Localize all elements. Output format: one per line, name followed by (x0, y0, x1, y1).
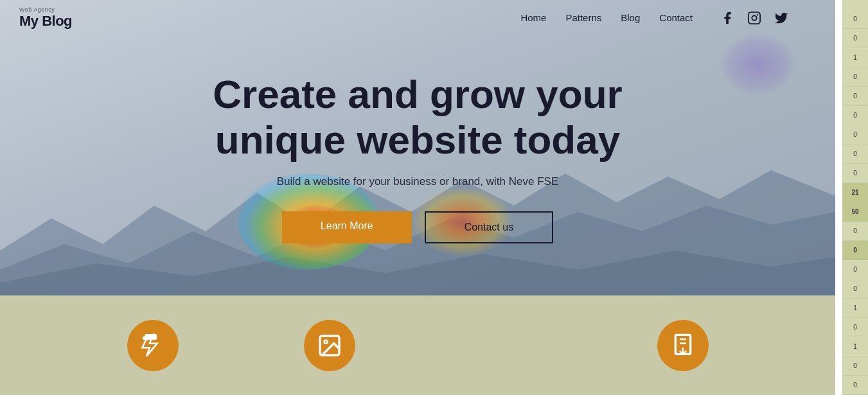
sidebar-num-10: 50 (842, 202, 868, 222)
twitter-icon[interactable] (772, 9, 790, 27)
nav-blog[interactable]: Blog (621, 12, 640, 23)
hero-buttons: Learn More Contact us (213, 211, 622, 243)
image-icon (317, 333, 342, 358)
sidebar-num-8: 0 (842, 164, 868, 183)
nav-patterns[interactable]: Patterns (565, 12, 601, 23)
sidebar-num-11: 0 (842, 222, 868, 241)
header: Web Agency My Blog Home Patterns Blog Co… (0, 0, 810, 35)
download-icon-circle[interactable] (657, 320, 709, 371)
sidebar-num-6: 0 (842, 125, 868, 145)
sidebar-num-4: 0 (842, 87, 868, 106)
sidebar-num-15: 1 (842, 299, 868, 318)
logo-area: Web Agency My Blog (19, 6, 72, 30)
social-icons (718, 9, 790, 27)
sidebar-num-7: 0 (842, 145, 868, 164)
learn-more-button[interactable]: Learn More (282, 211, 412, 243)
sidebar-num-2: 1 (842, 48, 868, 67)
sidebar-num-5: 0 (842, 106, 868, 125)
sidebar-num-3: 0 (842, 67, 868, 87)
sidebar-num-17: 1 (842, 337, 868, 356)
sidebar-num-14: 0 (842, 279, 868, 299)
heatmap-blob-topright (720, 32, 797, 96)
svg-point-10 (324, 340, 327, 343)
image-icon-circle[interactable] (304, 320, 355, 371)
right-sidebar: 0 0 1 0 0 0 0 0 0 21 50 0 0 0 0 1 0 1 0 … (842, 0, 868, 395)
logo-tagline: Web Agency (19, 6, 55, 13)
sidebar-num-16: 0 (842, 318, 868, 337)
nav-contact[interactable]: Contact (659, 12, 693, 23)
lightning-icon-circle[interactable] (127, 320, 179, 371)
hero-title: Create and grow your unique website toda… (213, 71, 622, 163)
hero-subtitle: Build a website for your business or bra… (213, 175, 622, 188)
sidebar-num-18: 0 (842, 356, 868, 376)
lightning-bolt-icon (140, 333, 166, 358)
main-nav: Home Patterns Blog Contact (520, 9, 790, 27)
hero-content: Create and grow your unique website toda… (213, 52, 622, 244)
logo-title: My Blog (19, 13, 72, 30)
nav-home[interactable]: Home (520, 12, 546, 23)
sidebar-num-13: 0 (842, 260, 868, 279)
svg-rect-3 (748, 12, 760, 23)
features-section (0, 295, 835, 395)
svg-point-5 (757, 13, 758, 15)
contact-us-button[interactable]: Contact us (425, 211, 553, 243)
sidebar-num-19: 0 (842, 376, 868, 395)
facebook-icon[interactable] (718, 9, 736, 27)
hero-section: Web Agency My Blog Home Patterns Blog Co… (0, 0, 835, 295)
sidebar-num-0: 0 (842, 10, 868, 29)
download-icon (670, 333, 696, 358)
sidebar-num-9: 21 (842, 183, 868, 202)
sidebar-num-12: 0 (842, 241, 868, 260)
sidebar-num-1: 0 (842, 29, 868, 48)
instagram-icon[interactable] (745, 9, 763, 27)
svg-point-4 (752, 15, 756, 20)
